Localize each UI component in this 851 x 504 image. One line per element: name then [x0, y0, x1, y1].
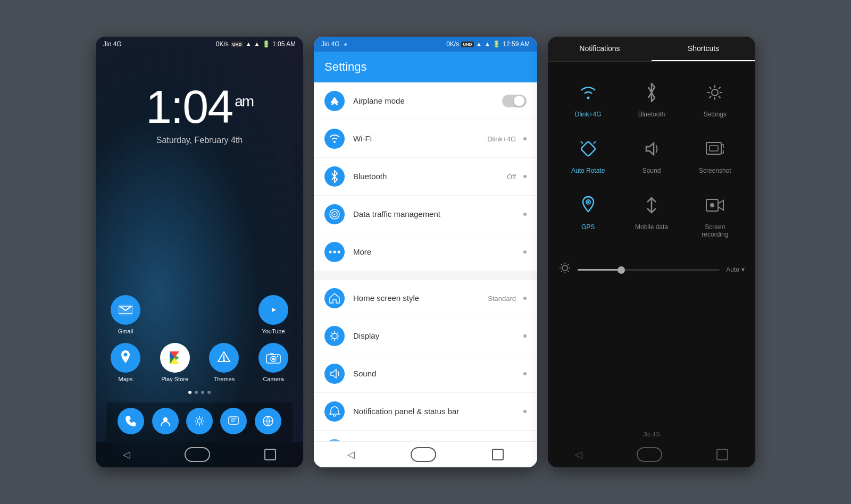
- settings-item-users[interactable]: Users: [314, 431, 537, 441]
- app-maps[interactable]: Maps: [106, 343, 145, 382]
- svg-rect-26: [710, 146, 718, 151]
- app-camera[interactable]: Camera: [254, 343, 293, 382]
- display-label: Display: [353, 331, 379, 340]
- mobiledata-qs-icon: [638, 191, 665, 219]
- gps-qs-label: GPS: [581, 223, 595, 231]
- recents-button-2[interactable]: [492, 449, 504, 460]
- dock-contacts[interactable]: [152, 408, 179, 434]
- wifi-qs-icon: [574, 79, 602, 106]
- tab-notifications[interactable]: Notifications: [548, 37, 652, 61]
- app-youtube[interactable]: YouTube: [254, 295, 293, 334]
- brightness-bar[interactable]: [578, 269, 720, 271]
- playstore-icon: [160, 343, 190, 373]
- settings-item-homescreen[interactable]: Home screen style Standard: [314, 280, 537, 317]
- camera-label: Camera: [263, 376, 283, 382]
- wifi-dot-2: ●: [344, 40, 347, 48]
- status-right-1: 0K/s UHD ▲ ▲ 🔋 1:05 AM: [216, 40, 296, 48]
- qs-settings[interactable]: Settings: [683, 70, 747, 127]
- settings-header: Settings: [314, 52, 537, 82]
- battery-icon-2: 🔋: [493, 40, 500, 48]
- app-playstore[interactable]: Play Store: [156, 343, 194, 382]
- qs-mobiledata[interactable]: Mobile data: [620, 183, 683, 247]
- app-gmail[interactable]: Gmail: [106, 295, 145, 334]
- qs-footer: Jio 4G: [548, 427, 755, 442]
- section-gap: [314, 271, 537, 280]
- svg-point-22: [587, 97, 589, 99]
- home-button-1[interactable]: [185, 447, 210, 462]
- svg-rect-25: [706, 142, 721, 154]
- notification-label: Notification panel & status bar: [353, 407, 459, 416]
- themes-label: Themes: [213, 376, 235, 382]
- settings-item-airplane[interactable]: Airplane mode: [314, 82, 537, 120]
- tab-shortcuts[interactable]: Shortcuts: [652, 37, 755, 61]
- svg-rect-24: [581, 141, 596, 156]
- settings-item-notification[interactable]: Notification panel & status bar: [314, 393, 537, 431]
- svg-point-8: [277, 356, 278, 357]
- settings-item-more[interactable]: More: [314, 233, 537, 271]
- maps-label: Maps: [119, 376, 133, 382]
- bluetooth-icon-setting: [324, 166, 345, 187]
- dock-browser[interactable]: [255, 408, 281, 434]
- airplane-icon: [324, 91, 345, 111]
- qs-sound[interactable]: Sound: [620, 127, 683, 183]
- qs-wifi[interactable]: Dlink+4G: [556, 70, 620, 127]
- wifi-value: Dlink+4G: [487, 135, 516, 143]
- clock-hour: 1:04: [146, 83, 232, 130]
- wifi-dot: [523, 137, 527, 140]
- svg-point-10: [197, 419, 202, 423]
- status-bar-1: Jio 4G 0K/s UHD ▲ ▲ 🔋 1:05 AM: [96, 37, 303, 52]
- qs-autorotate[interactable]: Auto Rotate: [556, 127, 620, 183]
- settings-item-display[interactable]: Display: [314, 317, 537, 355]
- more-dot: [523, 250, 527, 254]
- homescreen-label: Home screen style: [353, 293, 419, 303]
- qs-gps[interactable]: GPS: [556, 183, 620, 247]
- dot-3: [201, 391, 204, 394]
- speed-1: 0K/s: [216, 40, 229, 48]
- dock-phone[interactable]: [118, 408, 144, 434]
- airplane-toggle[interactable]: [502, 95, 527, 107]
- home-button-2[interactable]: [411, 447, 436, 462]
- clock-area: 1:04 am Saturday, February 4th: [96, 52, 303, 156]
- gmail-label: Gmail: [118, 328, 134, 334]
- autorotate-qs-label: Auto Rotate: [571, 167, 605, 174]
- svg-marker-2: [272, 308, 276, 312]
- settings-title: Settings: [324, 60, 527, 74]
- settings-item-sound[interactable]: Sound: [314, 355, 537, 393]
- gps-qs-icon: [574, 191, 602, 219]
- status-right-2: 0K/s UHD ▲ ▲ 🔋 12:59 AM: [446, 40, 530, 48]
- qs-bluetooth[interactable]: Bluetooth: [620, 70, 683, 127]
- recents-button-1[interactable]: [264, 449, 276, 460]
- qs-screenrecording[interactable]: Screenrecording: [683, 183, 747, 247]
- svg-point-18: [333, 251, 336, 254]
- brightness-knob: [618, 266, 625, 274]
- app-grid: Gmail YouTube: [96, 295, 303, 442]
- bluetooth-value: Off: [507, 173, 516, 181]
- dock-settings[interactable]: [186, 408, 213, 434]
- svg-point-3: [124, 353, 128, 357]
- dot-1: [188, 391, 191, 394]
- dock-messages[interactable]: [220, 408, 247, 434]
- svg-point-19: [338, 251, 340, 254]
- settings-item-bluetooth[interactable]: Bluetooth Off: [314, 158, 537, 196]
- qs-grid: Dlink+4G Bluetooth Settings: [548, 62, 755, 255]
- back-button-2[interactable]: ◁: [347, 449, 355, 460]
- settings-list: Airplane mode Wi-Fi D: [314, 82, 537, 441]
- autorotate-qs-icon: [574, 135, 602, 163]
- home-button-3[interactable]: [637, 447, 662, 462]
- recents-button-3[interactable]: [716, 449, 728, 460]
- back-button-1[interactable]: ◁: [123, 449, 130, 460]
- svg-point-13: [333, 141, 336, 143]
- settings-item-wifi[interactable]: Wi-Fi Dlink+4G: [314, 120, 537, 158]
- settings-item-data[interactable]: Data traffic management: [314, 196, 537, 233]
- data-label: Data traffic management: [353, 209, 440, 219]
- clock-time: 1:04 am: [96, 83, 303, 130]
- svg-point-4: [223, 359, 225, 362]
- app-themes[interactable]: Themes: [205, 343, 243, 382]
- qs-screenshot[interactable]: Screenshot: [683, 127, 747, 183]
- sound-qs-icon: [638, 135, 665, 163]
- back-button-3[interactable]: ◁: [575, 449, 582, 460]
- more-label: More: [353, 247, 371, 256]
- time-1: 1:05 AM: [272, 40, 296, 48]
- app-row-2: Maps Play Store: [106, 343, 293, 382]
- wifi-qs-label: Dlink+4G: [575, 111, 602, 118]
